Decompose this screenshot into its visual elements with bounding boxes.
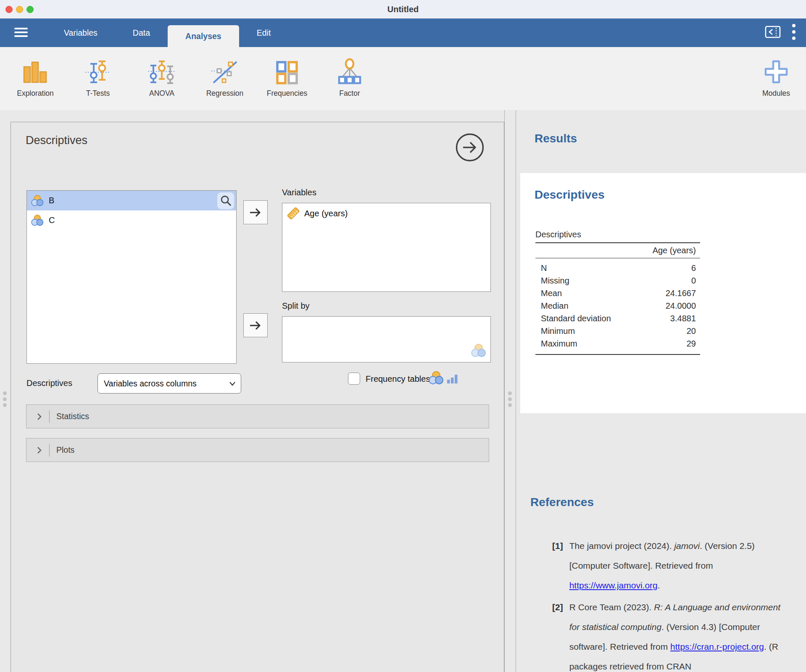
chevron-right-icon xyxy=(37,446,42,454)
table-row: Median 24.0000 xyxy=(535,299,700,312)
descriptives-results-card[interactable]: Descriptives Descriptives Age (years) N … xyxy=(520,173,806,413)
ribbon: Variables Data Analyses Edit xyxy=(0,18,806,47)
frequencies-grid-icon xyxy=(274,53,300,86)
toolbar-item-regression[interactable]: Regression xyxy=(194,53,255,98)
tab-data[interactable]: Data xyxy=(115,18,168,47)
hamburger-menu-icon[interactable] xyxy=(14,28,28,38)
frequency-tables-checkbox[interactable] xyxy=(348,373,360,385)
frequency-bars-icon xyxy=(446,373,458,386)
analyses-toolbar: Exploration T-Tests xyxy=(0,47,806,110)
table-row: Standard deviation 3.4881 xyxy=(535,312,700,325)
descriptives-table: Descriptives Age (years) N 6 Missing 0 M… xyxy=(535,230,700,355)
reference-item: [2] R Core Team (2023). R: A Language an… xyxy=(552,597,804,672)
nominal-variable-icon xyxy=(31,195,44,207)
assigned-variable-age[interactable]: Age (years) xyxy=(282,203,490,219)
results-heading: Results xyxy=(535,132,577,145)
table-column-header: Age (years) xyxy=(535,242,700,258)
toolbar-item-factor[interactable]: Factor xyxy=(324,53,375,98)
references-heading: References xyxy=(530,496,594,509)
toolbar-item-modules[interactable]: Modules xyxy=(745,53,806,98)
table-row: Mean 24.1667 xyxy=(535,287,700,299)
left-splitter-handle[interactable] xyxy=(3,391,7,409)
nominal-variable-ghost-icon xyxy=(471,344,486,360)
descriptives-mode-select[interactable]: Variables across columns xyxy=(97,373,241,394)
window-title: Untitled xyxy=(0,0,806,18)
right-arrow-icon xyxy=(248,207,263,218)
toolbar-item-exploration[interactable]: Exploration xyxy=(6,53,65,98)
anova-errorbars-icon xyxy=(148,53,175,86)
assign-splitby-arrow-button[interactable] xyxy=(243,313,268,337)
nominal-variable-icon xyxy=(429,371,444,387)
toolbar-item-anova[interactable]: ANOVA xyxy=(134,53,190,98)
toolbar-item-frequencies[interactable]: Frequencies xyxy=(255,53,319,98)
chevron-right-icon xyxy=(37,412,42,421)
results-panel: Results Descriptives Descriptives Age (y… xyxy=(516,110,806,672)
assign-variable-arrow-button[interactable] xyxy=(243,200,268,224)
splitby-drop-box[interactable] xyxy=(282,316,491,362)
regression-scatter-icon xyxy=(211,53,238,86)
modules-plus-icon xyxy=(763,53,790,86)
window-titlebar: Untitled xyxy=(0,0,806,18)
exploration-barchart-icon xyxy=(22,53,49,86)
ribbon-tabs: Variables Data Analyses Edit xyxy=(46,18,288,47)
search-icon xyxy=(219,194,232,207)
descriptives-results-heading: Descriptives xyxy=(535,188,605,202)
descriptives-mode-label: Descriptives xyxy=(26,378,72,388)
search-button[interactable] xyxy=(217,192,234,209)
variables-drop-box[interactable]: Age (years) xyxy=(282,203,491,292)
table-row: Maximum 29 xyxy=(535,337,700,350)
table-row: Minimum 20 xyxy=(535,325,700,337)
splitby-box-label: Split by xyxy=(282,301,310,311)
cran-link[interactable]: https://cran.r-project.org xyxy=(670,642,764,651)
collapse-panel-icon[interactable] xyxy=(765,25,781,40)
list-item-variable-b[interactable]: B xyxy=(27,191,236,210)
chevron-down-icon xyxy=(229,381,236,386)
kebab-menu-icon[interactable] xyxy=(792,23,796,42)
list-item-variable-c[interactable]: C xyxy=(27,210,236,230)
variables-box-label: Variables xyxy=(282,188,316,197)
reference-item: [1] The jamovi project (2024). jamovi. (… xyxy=(552,536,804,595)
table-row: N 6 xyxy=(535,262,700,274)
frequency-tables-label: Frequency tables xyxy=(366,374,430,384)
available-variables-list[interactable]: B C xyxy=(26,190,237,364)
tab-edit[interactable]: Edit xyxy=(239,18,289,47)
table-title: Descriptives xyxy=(535,230,700,239)
jamovi-link[interactable]: https://www.jamovi.org xyxy=(569,580,658,590)
descriptives-options-panel: Descriptives B xyxy=(11,122,504,672)
statistics-section-toggle[interactable]: Statistics xyxy=(26,404,489,428)
main-content: Descriptives B xyxy=(0,110,806,672)
panel-splitter-line xyxy=(504,110,505,672)
continuous-variable-ruler-icon xyxy=(287,207,299,219)
nominal-variable-icon xyxy=(31,215,44,226)
hide-options-arrow-button[interactable] xyxy=(455,132,485,163)
table-row: Missing 0 xyxy=(535,274,700,287)
plots-section-toggle[interactable]: Plots xyxy=(26,438,489,462)
tab-analyses[interactable]: Analyses xyxy=(168,25,239,47)
analysis-panel-title: Descriptives xyxy=(26,134,87,147)
center-splitter-handle[interactable] xyxy=(508,391,512,409)
right-arrow-icon xyxy=(248,320,263,331)
tab-variables[interactable]: Variables xyxy=(46,18,115,47)
factor-tree-icon xyxy=(336,53,363,86)
ttests-errorbars-icon xyxy=(84,53,111,86)
toolbar-item-ttests[interactable]: T-Tests xyxy=(71,53,125,98)
